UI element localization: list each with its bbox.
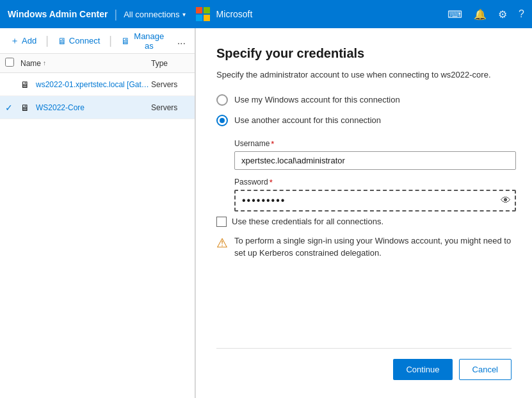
username-field: Username * xyxy=(234,139,512,170)
row-type: Servers xyxy=(151,80,189,89)
header-icon-group: ⌨ 🔔 ⚙ ? xyxy=(447,8,524,21)
table-row[interactable]: 🖥 ws2022-01.xpertstec.local [Gatew... Se… xyxy=(0,73,195,96)
save-credentials-label: Use these credentials for all connection… xyxy=(232,217,383,226)
save-credentials-row: Use these credentials for all connection… xyxy=(216,217,512,227)
more-button[interactable]: ... xyxy=(173,34,189,48)
password-input[interactable] xyxy=(234,190,516,211)
connect-icon: 🖥 xyxy=(58,36,67,46)
bell-icon[interactable]: 🔔 xyxy=(474,8,487,21)
username-label: Username * xyxy=(234,139,512,149)
type-column-header[interactable]: Type xyxy=(151,59,189,68)
name-column-header[interactable]: Name ↑ xyxy=(20,59,151,68)
manage-as-label: Manage as xyxy=(133,31,166,51)
connect-label: Connect xyxy=(69,36,100,46)
table-header: Name ↑ Type xyxy=(0,54,195,73)
continue-button[interactable]: Continue xyxy=(393,359,452,380)
radio-group: Use my Windows account for this connecti… xyxy=(216,94,512,126)
left-panel: ＋ Add | 🖥 Connect | 🖥 Manage as ... Name… xyxy=(0,28,195,398)
username-input[interactable] xyxy=(234,151,516,170)
row-name[interactable]: WS2022-Core xyxy=(36,103,151,112)
chevron-down-icon: ▾ xyxy=(182,11,186,18)
ms-red-square xyxy=(196,7,202,13)
toolbar: ＋ Add | 🖥 Connect | 🖥 Manage as ... xyxy=(0,28,195,54)
checkmark-icon: ✓ xyxy=(5,103,13,113)
radio-windows-label: Use my Windows account for this connecti… xyxy=(234,95,400,104)
server-icon: 🖥 xyxy=(20,79,32,90)
help-icon[interactable]: ? xyxy=(519,8,524,20)
credentials-dialog: Specify your credentials Specify the adm… xyxy=(195,28,532,398)
sort-arrow-icon: ↑ xyxy=(43,60,46,67)
manage-icon: 🖥 xyxy=(121,36,130,46)
connect-button[interactable]: 🖥 Connect xyxy=(52,33,105,49)
table-row[interactable]: ✓ 🖥 WS2022-Core Servers xyxy=(0,96,195,119)
ms-blue-square xyxy=(196,15,202,21)
toolbar-separator: | xyxy=(45,34,49,47)
radio-windows-indicator xyxy=(216,94,228,106)
ms-yellow-square xyxy=(204,15,210,21)
password-wrapper: 👁 xyxy=(234,190,516,211)
add-label: Add xyxy=(22,36,36,46)
toolbar-separator2: | xyxy=(109,34,112,47)
terminal-icon[interactable]: ⌨ xyxy=(447,8,462,21)
password-label: Password * xyxy=(234,178,512,187)
microsoft-logo: Microsoft xyxy=(196,7,253,21)
type-header-label: Type xyxy=(151,59,168,68)
name-header-label: Name xyxy=(20,59,41,68)
radio-option-windows[interactable]: Use my Windows account for this connecti… xyxy=(216,94,512,106)
radio-another-label: Use another account for this connection xyxy=(234,115,381,125)
select-all-checkbox[interactable] xyxy=(5,58,14,67)
dialog-description: Specify the administrator account to use… xyxy=(216,69,512,81)
radio-dot xyxy=(220,118,225,123)
dialog-footer: Continue Cancel xyxy=(216,348,512,380)
form-section: Username * Password * 👁 xyxy=(234,139,512,211)
warning-text: To perform a single sign-in using your W… xyxy=(234,235,512,260)
warning-box: ⚠ To perform a single sign-in using your… xyxy=(216,235,512,260)
gear-icon[interactable]: ⚙ xyxy=(498,8,507,21)
server-icon: 🖥 xyxy=(20,103,32,113)
row-name[interactable]: ws2022-01.xpertstec.local [Gatew... xyxy=(36,80,151,89)
radio-another-indicator xyxy=(216,115,228,126)
row-type: Servers xyxy=(151,103,189,112)
eye-icon: 👁 xyxy=(501,195,511,206)
required-star2: * xyxy=(270,178,273,187)
show-password-button[interactable]: 👁 xyxy=(501,195,511,206)
save-credentials-checkbox[interactable] xyxy=(216,217,227,227)
row-checkbox-col: ✓ xyxy=(5,103,20,113)
header: Windows Admin Center | All connections ▾… xyxy=(0,0,532,28)
main-layout: ＋ Add | 🖥 Connect | 🖥 Manage as ... Name… xyxy=(0,28,532,398)
ms-green-square xyxy=(204,7,210,13)
ms-logo-grid xyxy=(196,7,210,21)
required-star: * xyxy=(271,139,274,149)
table-body: 🖥 ws2022-01.xpertstec.local [Gatew... Se… xyxy=(0,73,195,398)
microsoft-label: Microsoft xyxy=(216,9,253,19)
brand-title: Windows Admin Center xyxy=(8,9,108,19)
dialog-title: Specify your credentials xyxy=(216,46,512,61)
connections-dropdown[interactable]: All connections ▾ xyxy=(124,10,185,19)
warning-icon: ⚠ xyxy=(216,235,228,251)
cancel-button[interactable]: Cancel xyxy=(459,359,512,380)
add-button[interactable]: ＋ Add xyxy=(5,33,42,49)
radio-option-another[interactable]: Use another account for this connection xyxy=(216,115,512,126)
connections-label: All connections xyxy=(124,10,179,19)
header-divider: | xyxy=(114,8,117,21)
password-field: Password * 👁 xyxy=(234,178,512,211)
manage-as-button[interactable]: 🖥 Manage as xyxy=(116,29,171,53)
add-icon: ＋ xyxy=(10,35,19,47)
header-checkbox-col xyxy=(5,58,20,69)
